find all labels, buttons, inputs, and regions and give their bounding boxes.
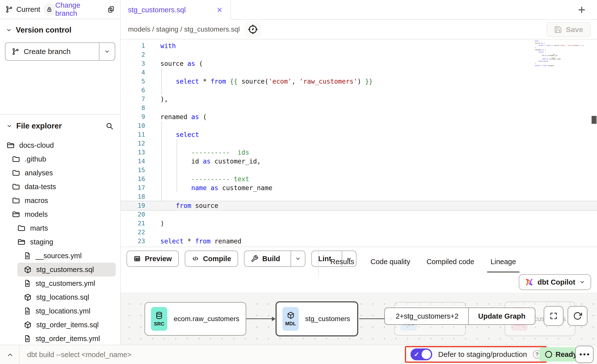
- code-line-5[interactable]: 5 select * from {{ source('ecom', 'raw_c…: [121, 77, 597, 86]
- more-options-button[interactable]: [575, 346, 594, 363]
- tree-item-stg_locations.yml[interactable]: stg_locations.yml: [0, 304, 120, 318]
- code-line-3[interactable]: 3source as (: [121, 59, 597, 68]
- code-line-18[interactable]: 18: [121, 192, 597, 201]
- code-text: select * from renamed: [146, 237, 242, 246]
- change-branch-link[interactable]: Change branch: [55, 1, 101, 18]
- tab-lineage[interactable]: Lineage: [490, 258, 516, 266]
- folder-open-icon: [6, 141, 15, 149]
- tree-item-stg_locations.sql[interactable]: stg_locations.sql: [0, 290, 120, 304]
- code-line-17[interactable]: 17 name as customer_name: [121, 183, 597, 192]
- code-line-2[interactable]: 2: [121, 50, 597, 59]
- command-input[interactable]: dbt build --select <model_name>: [27, 351, 131, 359]
- code-line-23[interactable]: 23select * from renamed: [121, 237, 597, 246]
- preview-button[interactable]: Preview: [127, 251, 179, 267]
- code-line-19[interactable]: 19 from source: [121, 201, 597, 210]
- copy-icon[interactable]: [107, 5, 115, 13]
- tree-item-.github[interactable]: .github: [0, 152, 120, 166]
- code-text: ),: [146, 95, 168, 104]
- tree-item-analyses[interactable]: analyses: [0, 166, 120, 180]
- code-line-8[interactable]: 8: [121, 104, 597, 112]
- code-line-6[interactable]: 6: [121, 86, 597, 95]
- dbt-copilot-button[interactable]: dbt Copilot: [519, 274, 591, 290]
- new-tab-plus-icon[interactable]: [577, 5, 587, 15]
- tree-item-staging[interactable]: staging: [0, 235, 120, 249]
- tab-results[interactable]: Results: [330, 258, 354, 266]
- code-lines: 1with23source as (45 select * from {{ so…: [121, 41, 597, 246]
- code-line-11[interactable]: 11 select: [121, 130, 597, 139]
- code-line-14[interactable]: 14 id as customer_id,: [121, 157, 597, 166]
- lineage-node-ecom.raw_customers[interactable]: SRCecom.raw_customers: [145, 302, 246, 336]
- folder-icon: [12, 155, 20, 163]
- model-icon: [24, 266, 32, 274]
- tree-item-data-tests[interactable]: data-tests: [0, 180, 120, 194]
- version-control-header[interactable]: Version control: [0, 19, 120, 37]
- search-icon[interactable]: [105, 122, 114, 130]
- tree-item-stg_customers.yml[interactable]: stg_customers.yml: [0, 276, 120, 290]
- code-line-21[interactable]: 21): [121, 219, 597, 228]
- chevron-up-icon[interactable]: [6, 351, 14, 359]
- tree-item-docs-cloud[interactable]: docs-cloud: [0, 138, 120, 152]
- build-dropdown[interactable]: [291, 251, 305, 266]
- code-line-1[interactable]: 1with: [121, 41, 597, 50]
- code-text: [146, 210, 160, 219]
- code-line-22[interactable]: 22: [121, 228, 597, 237]
- build-split-button: Build: [244, 251, 305, 267]
- code-line-4[interactable]: 4: [121, 68, 597, 77]
- refresh-button[interactable]: [568, 306, 587, 326]
- save-button[interactable]: Save: [547, 22, 591, 37]
- lineage-arrowhead: [272, 317, 276, 321]
- tree-item-marts[interactable]: marts: [0, 221, 120, 235]
- node-label: stg_customers: [305, 315, 350, 323]
- code-text: name as customer_name: [146, 183, 272, 192]
- tree-item-macros[interactable]: macros: [0, 194, 120, 207]
- code-line-13[interactable]: 13 ---------- ids: [121, 148, 597, 157]
- code-line-9[interactable]: 9renamed as (: [121, 112, 597, 121]
- folder-icon: [12, 182, 20, 191]
- tree-item-stg_order_items.sql[interactable]: stg_order_items.sql: [0, 318, 120, 332]
- create-branch-button[interactable]: Create branch: [5, 43, 99, 60]
- tab-compiled-code[interactable]: Compiled code: [427, 258, 474, 266]
- code-text: [146, 121, 160, 130]
- explore-compass-button[interactable]: [245, 21, 261, 37]
- tree-item-stg_customers.sql[interactable]: stg_customers.sql: [17, 263, 116, 276]
- code-line-15[interactable]: 15: [121, 166, 597, 175]
- save-label: Save: [566, 25, 583, 34]
- build-button[interactable]: Build: [244, 251, 287, 266]
- file-explorer-header[interactable]: File explorer: [0, 115, 120, 135]
- scrollbar-thumb[interactable]: [592, 116, 597, 124]
- compass-icon: [248, 24, 258, 35]
- tree-item-label: stg_order_items.yml: [36, 335, 100, 343]
- close-icon[interactable]: [216, 6, 223, 13]
- line-number: 18: [121, 192, 146, 201]
- code-line-10[interactable]: 10: [121, 121, 597, 130]
- code-line-16[interactable]: 16 ---------- text: [121, 175, 597, 183]
- tree-item-label: staging: [30, 238, 53, 246]
- graph-selector-input[interactable]: 2+stg_customers+2: [385, 308, 468, 324]
- create-branch-dropdown[interactable]: [99, 43, 115, 60]
- line-number: 16: [121, 175, 146, 183]
- file-icon: [24, 252, 31, 260]
- create-branch-label: Create branch: [24, 47, 71, 56]
- lineage-canvas[interactable]: SRCecom.raw_customersMDLstg_customersMDL…: [121, 293, 597, 345]
- code-editor[interactable]: 1with23source as (45 select * from {{ so…: [121, 40, 597, 247]
- folder-icon: [12, 196, 20, 205]
- fullscreen-button[interactable]: [544, 306, 563, 326]
- tab-stg-customers-sql[interactable]: stg_customers.sql: [121, 0, 231, 20]
- tab-code-quality[interactable]: Code quality: [371, 258, 410, 266]
- line-number: 8: [121, 104, 146, 112]
- code-line-20[interactable]: 20: [121, 210, 597, 219]
- tree-item-__sources.yml[interactable]: __sources.yml: [0, 249, 120, 263]
- line-number: 3: [121, 59, 146, 68]
- code-line-12[interactable]: 12: [121, 139, 597, 148]
- lineage-node-stg_customers[interactable]: MDLstg_customers: [276, 301, 358, 336]
- status-circle-icon: [545, 351, 552, 358]
- line-number: 23: [121, 237, 146, 246]
- update-graph-button[interactable]: Update Graph: [468, 308, 535, 324]
- code-line-7[interactable]: 7),: [121, 95, 597, 104]
- table-grid-icon: [133, 255, 141, 262]
- compile-button[interactable]: Compile: [185, 251, 238, 267]
- defer-toggle[interactable]: ✓: [410, 348, 432, 360]
- tree-item-stg_order_items.yml[interactable]: stg_order_items.yml: [0, 332, 120, 345]
- tree-item-models[interactable]: models: [0, 207, 120, 221]
- tree-item-label: marts: [30, 224, 48, 232]
